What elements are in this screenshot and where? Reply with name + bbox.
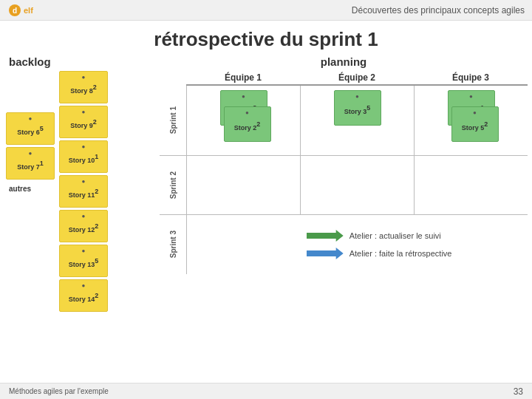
planning-grid: Équipe 1 Équipe 2 Équipe 3 Sprint 1 Stor…	[160, 71, 528, 274]
sprint1-equipe1-cell: Story 1 3 Story 2 2	[186, 86, 300, 155]
sprint1-label: Sprint 1	[169, 106, 177, 134]
sprint2-equipe2-cell	[300, 156, 414, 214]
sprint2-equipe1-cell	[186, 156, 300, 214]
atelier-area: Atelier : actualiser le suivi Atelier : …	[301, 215, 528, 274]
sticky-story2-sprint1: Story 2 2	[224, 106, 271, 142]
sprint3-equipe1-cell	[186, 215, 301, 274]
backlog-section: backlog Story 6 5 Story 7 1 autres Story…	[0, 55, 155, 399]
top-bar: d elf Découvertes des principaux concept…	[0, 0, 532, 21]
team1-header: Équipe 1	[186, 71, 300, 86]
sticky-story10: Story 10 1	[59, 140, 108, 173]
sticky-story9: Story 9 2	[59, 106, 108, 138]
sprint2-equipe3-cell	[414, 156, 528, 214]
atelier-row-1: Atelier : actualiser le suivi	[307, 230, 522, 242]
logo-icon: d elf	[7, 3, 34, 18]
sprint2-row: Sprint 2	[160, 156, 528, 215]
backlog-title: backlog	[6, 55, 149, 68]
sticky-story8: Story 8 2	[59, 71, 108, 103]
sprint3-label: Sprint 3	[169, 231, 177, 258]
grid-header: Équipe 1 Équipe 2 Équipe 3	[186, 71, 528, 86]
bottom-bar: Méthodes agiles par l'exemple 33	[0, 383, 532, 399]
sprint3-label-wrap: Sprint 3	[160, 215, 186, 274]
planning-section: planning Équipe 1 Équipe 2 Équipe 3 Spri…	[155, 55, 532, 399]
sticky-story14: Story 14 2	[59, 279, 108, 312]
bottom-label: Méthodes agiles par l'exemple	[9, 387, 109, 395]
team2-header: Équipe 2	[300, 71, 414, 86]
atelier-arrow-2	[307, 248, 344, 259]
content-area: backlog Story 6 5 Story 7 1 autres Story…	[0, 55, 532, 399]
sprint1-equipe2-cell: Story 3 5	[300, 86, 414, 155]
atelier-arrow-1	[307, 230, 344, 242]
sprint2-label: Sprint 2	[169, 171, 177, 199]
sticky-story12: Story 12 2	[59, 210, 108, 242]
sticky-story11: Story 11 2	[59, 175, 108, 208]
atelier-text-1: Atelier : actualiser le suivi	[349, 231, 441, 240]
main-title: rétrospective du sprint 1	[0, 21, 532, 55]
team3-header: Équipe 3	[414, 71, 528, 86]
page-number: 33	[514, 386, 523, 397]
atelier-row-2: Atelier : faite la rétrospective	[307, 248, 522, 259]
atelier-text-2: Atelier : faite la rétrospective	[349, 249, 452, 258]
sprint1-equipe3-cell: Story 4 1 Story 5 2	[414, 86, 528, 155]
svg-text:elf: elf	[24, 6, 33, 15]
top-bar-title: Découvertes des principaux concepts agil…	[352, 5, 525, 16]
svg-text:d: d	[13, 7, 17, 15]
sticky-story7: Story 7 1	[6, 147, 55, 180]
planning-title: planning	[160, 55, 528, 68]
sticky-story13: Story 13 5	[59, 245, 108, 277]
sprint3-row: Sprint 3 Atelier : actualiser le suivi A…	[160, 215, 528, 274]
sticky-story5: Story 5 2	[451, 106, 499, 142]
autres-label: autres	[6, 185, 55, 193]
sticky-story6: Story 6 5	[6, 112, 55, 145]
sticky-story3: Story 3 5	[334, 90, 381, 126]
sprint2-label-wrap: Sprint 2	[160, 156, 186, 214]
sprint1-row: Sprint 1 Story 1 3 Story 2 2 St	[160, 86, 528, 156]
sprint1-label-wrap: Sprint 1	[160, 86, 186, 155]
